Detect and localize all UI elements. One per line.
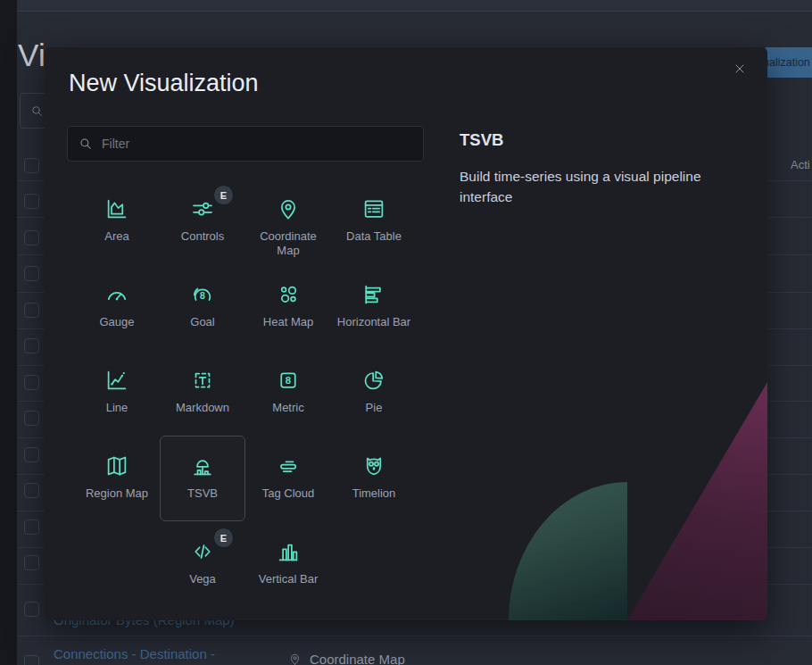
vis-type-metric[interactable]: 8Metric [245, 350, 331, 436]
row-checkbox[interactable] [24, 338, 39, 353]
vis-type-label: Timelion [352, 486, 396, 501]
heat-map-icon [275, 280, 302, 309]
create-visualization-button-label: ualization [764, 56, 810, 69]
area-icon [104, 195, 130, 223]
vis-type-label: Area [104, 229, 128, 244]
vis-type-label: Gauge [99, 315, 134, 329]
app-header-bar [0, 0, 812, 12]
controls-icon [189, 195, 216, 223]
vis-type-goal[interactable]: 8Goal [160, 264, 245, 350]
vis-type-markdown[interactable]: Markdown [160, 350, 245, 436]
row-divider [18, 636, 812, 636]
vis-type-vega[interactable]: EVega [160, 521, 245, 607]
metric-icon: 8 [275, 366, 302, 395]
vis-type-tag-cloud[interactable]: Tag Cloud [245, 436, 331, 521]
detail-title: TSVB [460, 130, 745, 150]
row-checkbox[interactable] [24, 266, 39, 281]
row-checkbox[interactable] [24, 375, 39, 390]
row-checkbox[interactable] [24, 303, 39, 318]
modal-title: New Visualization [69, 70, 259, 97]
pie-icon [360, 366, 387, 395]
tag-cloud-icon [275, 452, 302, 480]
vis-type-region-map[interactable]: Region Map [74, 436, 160, 521]
vis-type-label: Tag Cloud [262, 486, 315, 501]
vis-type-timelion[interactable]: Timelion [331, 436, 417, 521]
coordinate-map-icon [275, 195, 302, 223]
tsvb-icon [189, 452, 216, 480]
vis-type-tsvb[interactable]: TSVB [160, 436, 245, 521]
vis-type-data-table[interactable]: Data Table [331, 179, 417, 264]
vis-type-gauge[interactable]: Gauge [74, 264, 160, 350]
goal-icon: 8 [189, 280, 216, 309]
corner-decoration-teal [509, 482, 627, 620]
row-checkbox[interactable] [24, 655, 39, 665]
experimental-badge: E [214, 186, 233, 204]
vis-type-label: Vertical Bar [259, 572, 318, 586]
vis-type-label: Pie [366, 401, 383, 415]
vis-type-label: Data Table [346, 229, 402, 244]
line-icon [104, 366, 130, 395]
vis-type-label: Controls [181, 229, 224, 244]
vis-type-detail-panel: TSVB Build time-series using a visual pi… [460, 130, 745, 207]
row-checkbox[interactable] [24, 194, 39, 209]
vis-type-heat-map[interactable]: Heat Map [245, 264, 331, 350]
actions-column-header: Acti [791, 158, 810, 171]
vis-type-controls[interactable]: EControls [160, 179, 245, 264]
list-item-link-connections-destination[interactable]: Connections - Destination - [54, 646, 215, 661]
vis-type-label: Metric [272, 401, 303, 415]
new-visualization-modal: New Visualization AreaEControlsCoordinat… [45, 47, 767, 620]
row-checkbox[interactable] [24, 230, 39, 245]
svg-text:8: 8 [200, 290, 205, 301]
svg-text:8: 8 [286, 375, 291, 386]
vis-type-label: Horizontal Bar [337, 315, 410, 329]
gauge-icon [104, 280, 130, 309]
vis-type-label: Goal [190, 315, 214, 329]
filter-input[interactable] [67, 126, 424, 162]
timelion-icon [360, 452, 387, 480]
vis-type-pie[interactable]: Pie [331, 350, 417, 436]
vis-type-label: Line [106, 401, 128, 415]
row-checkbox[interactable] [24, 602, 39, 617]
vis-type-label: Vega [189, 572, 216, 586]
vis-type-area[interactable]: Area [74, 179, 160, 264]
experimental-badge: E [214, 528, 233, 547]
vis-type-label: Coordinate Map [249, 229, 327, 258]
row-checkbox[interactable] [24, 555, 39, 570]
vis-type-label: Region Map [86, 486, 148, 501]
region-map-icon [104, 452, 130, 480]
nav-rail [0, 0, 17, 665]
row-checkbox[interactable] [24, 520, 39, 535]
data-table-icon [360, 195, 387, 223]
row-checkbox[interactable] [24, 447, 39, 462]
detail-description: Build time-series using a visual pipelin… [460, 166, 738, 207]
row-checkbox[interactable] [24, 158, 39, 173]
row-checkbox[interactable] [24, 483, 39, 498]
corner-decoration-purple [627, 382, 767, 620]
markdown-icon [189, 366, 216, 395]
list-item-type-label: Coordinate Map [310, 652, 405, 665]
vis-type-vertical-bar[interactable]: Vertical Bar [245, 521, 331, 607]
vis-type-label: TSVB [187, 486, 218, 501]
vertical-bar-icon [275, 537, 302, 566]
close-icon[interactable] [731, 60, 749, 78]
vis-type-grid: AreaEControlsCoordinate MapData TableGau… [74, 179, 417, 607]
vega-icon [189, 537, 216, 566]
vis-type-label: Heat Map [263, 315, 313, 329]
coordinate-map-icon [287, 652, 302, 665]
horizontal-bar-icon [360, 280, 387, 309]
create-visualization-button[interactable]: ualization [764, 47, 812, 78]
vis-type-coordinate-map[interactable]: Coordinate Map [245, 179, 331, 264]
vis-type-label: Markdown [176, 401, 229, 415]
vis-type-horizontal-bar[interactable]: Horizontal Bar [331, 264, 417, 350]
list-item-type-cell: Coordinate Map [287, 652, 405, 665]
row-checkbox[interactable] [24, 411, 39, 426]
page-title: Vi [18, 37, 46, 73]
vis-type-line[interactable]: Line [74, 350, 160, 436]
search-icon [29, 104, 45, 119]
